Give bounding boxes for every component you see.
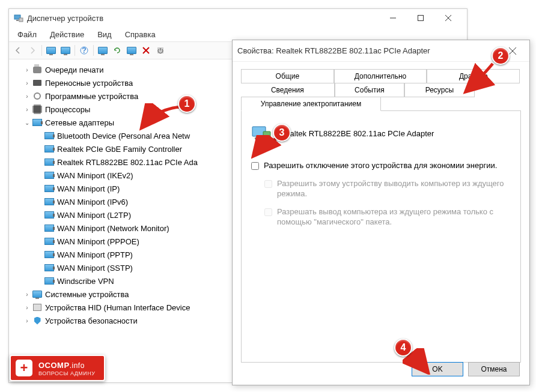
- watermark-title: OCOMP.info: [38, 360, 96, 370]
- cpu-icon: [32, 104, 43, 114]
- device-name-label: Realtek RTL8822BE 802.11ac PCIe Adapter: [280, 129, 434, 138]
- plus-icon: +: [16, 360, 32, 376]
- menu-help[interactable]: Справка: [119, 29, 162, 40]
- annotation-badge-4: 4: [394, 339, 412, 357]
- collapse-icon[interactable]: ⌄: [22, 119, 32, 126]
- network-icon: [44, 223, 55, 233]
- expand-icon[interactable]: ›: [22, 80, 32, 86]
- network-icon: [44, 131, 55, 140]
- toolbar-back-icon[interactable]: [11, 44, 25, 57]
- svg-rect-2: [19, 18, 23, 22]
- window-controls: [379, 9, 462, 27]
- minimize-button[interactable]: [379, 9, 407, 27]
- expand-icon[interactable]: ›: [22, 93, 32, 100]
- network-icon: [32, 118, 43, 127]
- tab-advanced[interactable]: Дополнительно: [334, 69, 427, 83]
- main-titlebar: Диспетчер устройств: [9, 9, 467, 27]
- close-button[interactable]: [434, 9, 462, 27]
- checkbox-allow-turnoff-input[interactable]: [251, 162, 259, 170]
- software-icon: [32, 91, 43, 101]
- watermark: + OCOMP.info ВОПРОСЫ АДМИНУ: [10, 355, 105, 381]
- network-icon: [44, 276, 55, 286]
- cancel-button[interactable]: Отмена: [468, 362, 520, 376]
- menu-action[interactable]: Действие: [44, 29, 90, 40]
- annotation-badge-1: 1: [178, 95, 196, 113]
- svg-rect-17: [265, 140, 269, 142]
- app-icon: [14, 13, 23, 23]
- toolbar-disable-icon[interactable]: [154, 44, 167, 57]
- network-icon: [44, 170, 55, 180]
- svg-rect-16: [263, 131, 270, 140]
- toolbar-refresh-icon[interactable]: [111, 44, 124, 57]
- printer-icon: [32, 65, 43, 74]
- svg-rect-4: [418, 16, 424, 21]
- annotation-badge-2: 2: [492, 47, 510, 65]
- checkbox-magic-packet-label: Разрешать вывод компьютера из ждущего ре…: [277, 207, 511, 228]
- checkbox-allow-wake-input: [264, 180, 272, 188]
- dialog-body: Общие Дополнительно Драйвер Сведения Соб…: [233, 62, 529, 370]
- menu-view[interactable]: Вид: [91, 29, 118, 40]
- toolbar-scan-icon[interactable]: [96, 44, 109, 57]
- menu-file[interactable]: Файл: [11, 29, 43, 40]
- checkbox-magic-packet-input: [264, 208, 272, 216]
- tab-resources[interactable]: Ресурсы: [404, 83, 475, 97]
- expand-icon[interactable]: ›: [22, 291, 32, 298]
- toolbar-separator: [93, 45, 94, 56]
- network-icon: [44, 144, 55, 154]
- network-adapter-icon: [251, 123, 272, 143]
- watermark-subtitle: ВОПРОСЫ АДМИНУ: [38, 370, 96, 376]
- toolbar-separator: [75, 45, 75, 56]
- toolbar-separator: [41, 45, 42, 56]
- toolbar-help-icon[interactable]: ?: [78, 44, 91, 57]
- svg-text:?: ?: [82, 46, 87, 55]
- shield-icon: [32, 316, 43, 325]
- dialog-buttons: OK Отмена: [412, 362, 520, 376]
- tab-power-management[interactable]: Управление электропитанием: [241, 97, 381, 111]
- ok-button[interactable]: OK: [412, 362, 463, 376]
- dialog-titlebar: Свойства: Realtek RTL8822BE 802.11ac PCI…: [233, 40, 529, 62]
- checkbox-allow-wake: Разрешить этому устройству выводить комп…: [264, 178, 511, 199]
- network-icon: [44, 197, 55, 207]
- toolbar-update-icon[interactable]: [125, 44, 138, 57]
- portable-icon: [32, 78, 43, 88]
- network-icon: [44, 184, 55, 193]
- checkbox-allow-turnoff-label: Разрешить отключение этого устройства дл…: [264, 160, 497, 171]
- tab-details[interactable]: Сведения: [241, 83, 335, 97]
- network-icon: [44, 237, 55, 246]
- tab-driver[interactable]: Драйвер: [427, 69, 520, 83]
- tab-panel-power: Realtek RTL8822BE 802.11ac PCIe Adapter …: [241, 110, 521, 363]
- dialog-title: Свойства: Realtek RTL8822BE 802.11ac PCI…: [237, 46, 501, 55]
- checkbox-allow-turnoff[interactable]: Разрешить отключение этого устройства дл…: [251, 160, 511, 171]
- main-title: Диспетчер устройств: [27, 14, 379, 23]
- maximize-button[interactable]: [407, 9, 434, 27]
- network-icon: [44, 157, 55, 167]
- toolbar-monitor2-icon[interactable]: [59, 44, 72, 57]
- checkbox-allow-wake-label: Разрешить этому устройству выводить комп…: [277, 178, 511, 199]
- properties-dialog: Свойства: Realtek RTL8822BE 802.11ac PCI…: [232, 40, 530, 385]
- network-icon: [44, 250, 55, 259]
- network-icon: [44, 210, 55, 220]
- expand-icon[interactable]: ›: [22, 304, 32, 311]
- expand-icon[interactable]: ›: [22, 318, 32, 324]
- tab-events[interactable]: События: [335, 83, 405, 97]
- tab-general[interactable]: Общие: [241, 69, 334, 83]
- toolbar-monitor-icon[interactable]: [44, 44, 58, 57]
- svg-rect-15: [255, 137, 263, 139]
- svg-rect-1: [16, 20, 19, 21]
- network-icon: [44, 263, 55, 273]
- checkbox-magic-packet: Разрешать вывод компьютера из ждущего ре…: [264, 207, 511, 228]
- tab-strip: Общие Дополнительно Драйвер Сведения Соб…: [241, 69, 521, 110]
- monitor-icon: [32, 289, 43, 299]
- toolbar-uninstall-icon[interactable]: [139, 44, 153, 57]
- annotation-badge-3: 3: [273, 124, 291, 142]
- expand-icon[interactable]: ›: [22, 67, 32, 73]
- expand-icon[interactable]: ›: [22, 106, 32, 113]
- toolbar-forward-icon[interactable]: [26, 44, 39, 57]
- hid-icon: [32, 303, 43, 312]
